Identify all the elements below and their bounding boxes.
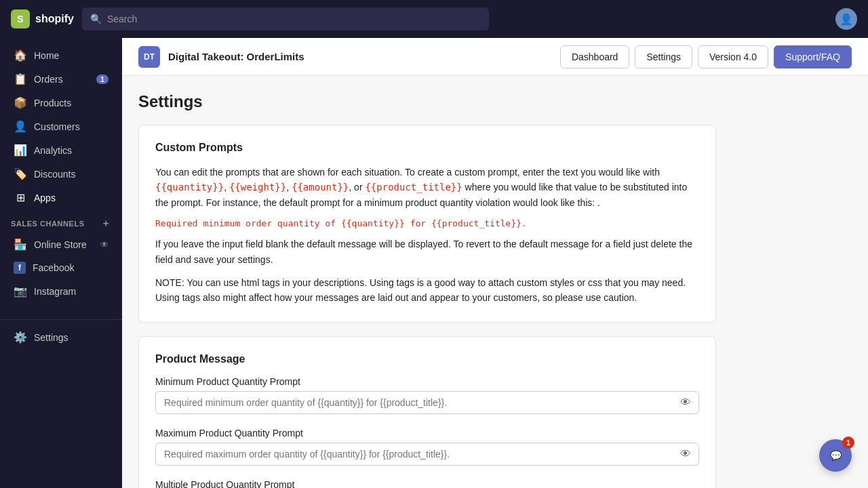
- example-text: Required minimum order quantity of {{qua…: [155, 218, 699, 228]
- top-navigation: S shopify 🔍 👤: [0, 0, 868, 38]
- products-icon: 📦: [14, 96, 27, 109]
- avatar[interactable]: 👤: [835, 8, 857, 30]
- settings-button[interactable]: Settings: [635, 45, 692, 68]
- sidebar-item-apps[interactable]: ⊞ Apps: [3, 186, 119, 209]
- sidebar-item-home[interactable]: 🏠 Home: [3, 43, 119, 67]
- app-header-actions: Dashboard Settings Version 4.0 Support/F…: [560, 45, 852, 68]
- product-message-title: Product Message: [155, 353, 699, 365]
- sidebar-item-customers[interactable]: 👤 Customers: [3, 115, 119, 138]
- orders-badge: 1: [96, 75, 108, 84]
- sidebar-item-label: Home: [34, 50, 59, 61]
- sidebar-item-label: Products: [34, 98, 71, 108]
- online-store-icon: 🏪: [14, 238, 27, 251]
- min-product-eye-icon[interactable]: 👁: [680, 396, 691, 409]
- sidebar: 🏠 Home 📋 Orders 1 📦 Products 👤 Customers…: [0, 38, 122, 488]
- main-content: DT Digital Takeout: OrderLimits Dashboar…: [122, 38, 868, 488]
- search-input[interactable]: [107, 14, 481, 24]
- sidebar-item-label: Orders: [34, 74, 63, 85]
- sidebar-item-facebook[interactable]: f Facebook: [3, 256, 119, 279]
- max-product-eye-icon[interactable]: 👁: [680, 448, 691, 460]
- sidebar-item-instagram[interactable]: 📷 Instagram: [3, 279, 119, 303]
- logo-icon: S: [11, 9, 30, 28]
- min-product-input-wrap: 👁: [155, 391, 699, 414]
- settings-icon: ⚙️: [14, 331, 27, 344]
- channels-section-label: SALES CHANNELS ＋: [0, 209, 122, 232]
- max-product-input-wrap: 👁: [155, 443, 699, 466]
- page-title: Settings: [138, 92, 716, 111]
- instagram-icon: 📷: [14, 285, 27, 298]
- max-product-quantity-field: Maximum Product Quantity Prompt 👁: [155, 428, 699, 466]
- sidebar-item-label: Facebook: [33, 262, 74, 273]
- online-store-visibility-icon[interactable]: 👁: [100, 240, 108, 249]
- multiple-product-label: Multiple Product Quantity Prompt: [155, 479, 699, 488]
- shopify-logo[interactable]: S shopify: [11, 9, 74, 28]
- sidebar-item-label: Discounts: [34, 169, 75, 180]
- min-product-quantity-field: Minimum Product Quantity Prompt 👁: [155, 376, 699, 414]
- min-product-label: Minimum Product Quantity Prompt: [155, 376, 699, 387]
- chat-badge: 1: [842, 436, 854, 449]
- support-faq-button[interactable]: Support/FAQ: [774, 45, 852, 68]
- tag-weight: {{weight}}: [229, 182, 286, 192]
- nav-right: 👤: [835, 8, 857, 30]
- sidebar-item-analytics[interactable]: 📊 Analytics: [3, 138, 119, 162]
- apps-icon: ⊞: [14, 191, 27, 204]
- sidebar-item-products[interactable]: 📦 Products: [3, 91, 119, 115]
- custom-prompts-note: NOTE: You can use html tags in your desc…: [155, 275, 699, 306]
- chat-bubble[interactable]: 💬 1: [819, 439, 852, 472]
- sidebar-item-orders[interactable]: 📋 Orders 1: [3, 67, 119, 91]
- min-product-input[interactable]: [155, 391, 699, 414]
- home-icon: 🏠: [14, 49, 27, 62]
- app-header: DT Digital Takeout: OrderLimits Dashboar…: [122, 38, 868, 76]
- sidebar-item-label: Customers: [34, 121, 80, 132]
- custom-prompts-description1: You can edit the prompts that are shown …: [155, 165, 699, 210]
- version-button[interactable]: Version 4.0: [698, 45, 768, 68]
- max-product-label: Maximum Product Quantity Prompt: [155, 428, 699, 439]
- sidebar-item-label: Online Store: [34, 239, 87, 250]
- app-logo: DT: [138, 46, 160, 68]
- analytics-icon: 📊: [14, 144, 27, 157]
- tag-amount: {{amount}}: [292, 182, 349, 192]
- custom-prompts-card: Custom Prompts You can edit the prompts …: [138, 125, 716, 323]
- layout: 🏠 Home 📋 Orders 1 📦 Products 👤 Customers…: [0, 38, 868, 488]
- sidebar-item-label: Settings: [34, 332, 68, 343]
- customers-icon: 👤: [14, 120, 27, 133]
- dashboard-button[interactable]: Dashboard: [560, 45, 630, 68]
- tag-product-title: {{product_title}}: [365, 182, 462, 192]
- max-product-input[interactable]: [155, 443, 699, 466]
- sidebar-item-online-store[interactable]: 🏪 Online Store 👁: [3, 232, 119, 256]
- app-title: Digital Takeout: OrderLimits: [168, 51, 304, 62]
- discounts-icon: 🏷️: [14, 167, 27, 180]
- sidebar-item-label: Apps: [34, 192, 56, 203]
- multiple-product-quantity-field: Multiple Product Quantity Prompt 👁: [155, 479, 699, 488]
- search-bar: 🔍: [82, 7, 489, 30]
- tag-quantity: {{quantity}}: [155, 182, 224, 192]
- add-channel-icon[interactable]: ＋: [101, 218, 111, 230]
- page-content: Settings Custom Prompts You can edit the…: [122, 76, 732, 488]
- sidebar-item-settings[interactable]: ⚙️ Settings: [3, 325, 119, 349]
- custom-prompts-description2: If you leave the input field blank the d…: [155, 237, 699, 267]
- facebook-icon: f: [14, 262, 26, 274]
- sidebar-item-discounts[interactable]: 🏷️ Discounts: [3, 162, 119, 186]
- product-message-card: Product Message Minimum Product Quantity…: [138, 336, 716, 488]
- search-icon: 🔍: [90, 14, 102, 24]
- custom-prompts-title: Custom Prompts: [155, 142, 699, 154]
- chat-icon: 💬: [830, 450, 842, 461]
- sidebar-item-label: Instagram: [34, 286, 76, 297]
- sidebar-item-label: Analytics: [34, 145, 72, 156]
- logo-text: shopify: [35, 13, 74, 25]
- orders-icon: 📋: [14, 73, 27, 85]
